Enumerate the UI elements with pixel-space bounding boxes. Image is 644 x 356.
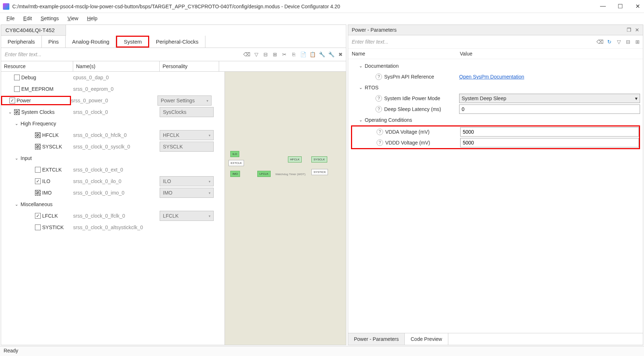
personality-dropdown[interactable]: SYSCLK — [160, 142, 214, 152]
menu-view[interactable]: View — [64, 14, 82, 23]
expand-icon[interactable]: ⊞ — [634, 38, 641, 46]
device-tab[interactable]: CY8C4046LQI-T452 — [1, 25, 66, 36]
close-icon[interactable]: ✖ — [337, 50, 345, 58]
eraser-icon[interactable]: ⌫ — [243, 50, 251, 58]
checkbox[interactable] — [35, 144, 41, 150]
header-names: Name(s) — [73, 61, 160, 71]
idle-mode-select[interactable]: System Deep Sleep▾ — [459, 94, 640, 103]
filter-icon[interactable]: ▽ — [252, 50, 260, 58]
diag-node: SYSTICK — [311, 169, 328, 175]
vddd-input[interactable] — [460, 138, 639, 147]
wrench2-icon[interactable]: 🔧 — [327, 50, 335, 58]
checkbox[interactable] — [35, 178, 41, 184]
expand-icon[interactable]: ⊞ — [271, 50, 279, 58]
expander-icon[interactable]: ⌄ — [14, 121, 19, 126]
collapse-icon[interactable]: ⊟ — [624, 38, 632, 46]
checkbox[interactable] — [35, 224, 41, 230]
right-pane-title: Power - Parameters ❐ ✕ — [348, 25, 643, 35]
paste2-icon[interactable]: 📋 — [308, 50, 316, 58]
parameters-body: ⌄Documentation ?SysPm API ReferenceOpen … — [348, 59, 643, 333]
help-icon[interactable]: ? — [377, 129, 383, 135]
tab-power-parameters[interactable]: Power - Parameters — [348, 333, 405, 345]
latency-input[interactable] — [459, 104, 640, 114]
tree-label: Miscellaneous — [21, 201, 53, 207]
help-icon[interactable]: ? — [376, 95, 382, 102]
clock-diagram: ILO EXTCLK IMO LFCLK HFCLK SYSCLK SYSTIC… — [225, 72, 346, 345]
checkbox[interactable] — [14, 75, 20, 80]
tree-name: srss_0_clock_0_imo_0 — [73, 190, 160, 196]
help-icon[interactable]: ? — [376, 106, 382, 112]
expander-icon[interactable]: ⌄ — [8, 110, 13, 115]
menu-settings[interactable]: Settings — [37, 14, 63, 23]
checkbox[interactable] — [14, 109, 20, 115]
tab-peripheral-clocks[interactable]: Peripheral-Clocks — [149, 36, 205, 48]
expander-icon[interactable]: ⌄ — [358, 85, 363, 90]
expander-icon[interactable]: ⌄ — [14, 202, 19, 207]
personality-dropdown[interactable]: SysClocks — [160, 107, 214, 117]
diag-node: IMO — [230, 171, 240, 177]
wrench-icon[interactable]: 🔧 — [318, 50, 326, 58]
param-label: VDDD Voltage (mV) — [385, 140, 430, 146]
help-icon[interactable]: ? — [376, 74, 382, 80]
checkbox[interactable] — [35, 132, 41, 138]
personality-dropdown[interactable]: HFCLK▾ — [160, 130, 214, 140]
voltage-highlight-box: ?VDDA Voltage (mV) ?VDDD Voltage (mV) — [351, 125, 640, 149]
tree-name: srss_0_clock_0_lfclk_0 — [73, 213, 160, 219]
group-operating: Operating Conditions — [365, 117, 412, 123]
vdda-input[interactable] — [460, 127, 639, 137]
personality-dropdown[interactable]: Power Settings▾ — [157, 95, 212, 106]
maximize-button[interactable]: ☐ — [617, 3, 624, 10]
help-icon[interactable]: ? — [377, 139, 383, 146]
param-label: Deep Sleep Latency (ms) — [384, 106, 441, 112]
param-label: SysPm API Reference — [384, 74, 434, 80]
group-rtos: RTOS — [365, 85, 378, 90]
menu-file[interactable]: File — [3, 14, 18, 23]
checkbox[interactable] — [35, 213, 41, 219]
diag-label: Watchdog Timer (WDT) — [275, 173, 306, 176]
tab-peripherals[interactable]: Peripherals — [1, 36, 42, 48]
filter-icon[interactable]: ▽ — [615, 38, 623, 46]
tree-label: Debug — [21, 75, 36, 80]
minimize-button[interactable]: — — [599, 3, 607, 10]
collapse-icon[interactable]: ⊟ — [262, 50, 270, 58]
personality-dropdown[interactable]: IMO▾ — [160, 188, 214, 198]
tree-label: IMO — [42, 190, 52, 196]
header-resource: Resource — [1, 61, 73, 71]
copy-icon[interactable]: ⎘ — [290, 50, 298, 58]
checkbox[interactable] — [35, 190, 41, 196]
menu-edit[interactable]: Edit — [20, 14, 36, 23]
personality-dropdown[interactable]: LFCLK▾ — [160, 211, 214, 221]
eraser-icon[interactable]: ⌫ — [596, 38, 604, 46]
checkbox[interactable] — [14, 86, 20, 92]
personality-dropdown[interactable]: ILO▾ — [160, 176, 214, 186]
right-filter-input[interactable] — [350, 37, 595, 47]
tab-code-preview[interactable]: Code Preview — [405, 333, 448, 345]
window-title: C:/mtw/mtb-example-psoc4-msclp-low-power… — [12, 4, 599, 9]
tree-label: SYSCLK — [42, 144, 62, 150]
tree-label: Input — [21, 155, 32, 161]
doc-link[interactable]: Open SysPm Documentation — [459, 74, 524, 80]
menu-help[interactable]: Help — [83, 14, 101, 23]
filter-input[interactable] — [3, 49, 241, 59]
expander-icon[interactable]: ⌄ — [358, 63, 363, 68]
group-documentation: Documentation — [365, 63, 399, 69]
tab-pins[interactable]: Pins — [42, 36, 66, 48]
paste-icon[interactable]: 📄 — [299, 50, 307, 58]
cut-icon[interactable]: ✂ — [280, 50, 288, 58]
checkbox[interactable] — [9, 98, 15, 103]
close-pane-icon[interactable]: ✕ — [635, 27, 639, 33]
expander-icon[interactable]: ⌄ — [14, 156, 19, 161]
tree-name: srss_0_clock_0_hfclk_0 — [73, 132, 160, 138]
app-icon — [3, 3, 9, 10]
tree-name: srss_0_clock_0_altsystickclk_0 — [73, 224, 160, 230]
tree-name: srss_0_clock_0 — [73, 109, 160, 115]
tab-system[interactable]: System — [116, 36, 149, 48]
checkbox[interactable] — [35, 167, 41, 173]
tab-analog-routing[interactable]: Analog-Routing — [66, 36, 116, 48]
refresh-icon[interactable]: ↻ — [605, 38, 613, 46]
tree-label: EXTCLK — [42, 167, 62, 173]
restore-icon[interactable]: ❐ — [627, 27, 631, 33]
tree-label: SYSTICK — [42, 224, 64, 230]
close-button[interactable]: ✕ — [634, 3, 641, 10]
expander-icon[interactable]: ⌄ — [358, 117, 363, 123]
